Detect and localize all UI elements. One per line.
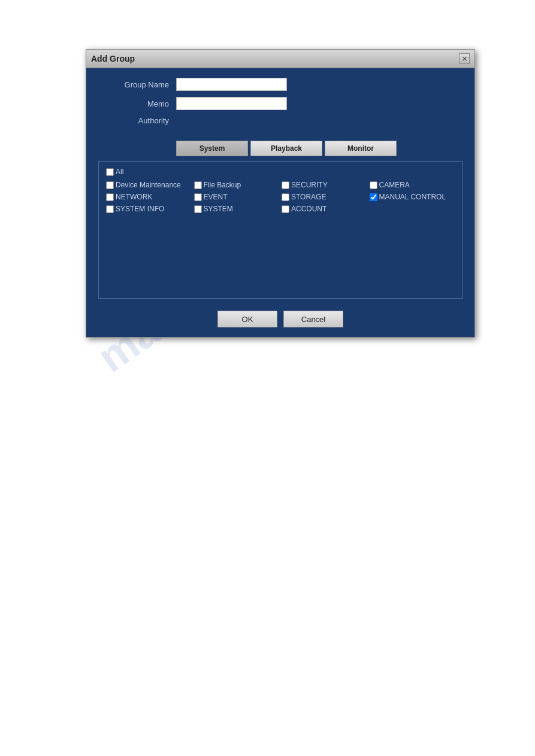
ok-button[interactable]: OK	[217, 311, 277, 327]
permissions-box: All Device Maintenance File Backup SECUR…	[98, 161, 463, 299]
perm-all-label: All	[116, 168, 123, 176]
perm-all-item[interactable]: All	[106, 168, 455, 176]
perm-system[interactable]: SYSTEM	[194, 205, 280, 213]
perm-account[interactable]: ACCOUNT	[282, 205, 367, 213]
title-bar: Add Group ✕	[86, 50, 474, 68]
perm-file-backup-checkbox[interactable]	[194, 181, 202, 189]
perm-storage[interactable]: STORAGE	[282, 193, 367, 201]
tab-system[interactable]: System	[176, 141, 248, 156]
perm-system-info-checkbox[interactable]	[106, 205, 114, 213]
perm-device-maintenance-label: Device Maintenance	[116, 181, 181, 189]
group-name-label: Group Name	[98, 80, 176, 89]
tabs-row: System Playback Monitor	[86, 137, 474, 156]
close-button[interactable]: ✕	[459, 53, 470, 64]
perm-camera-label: CAMERA	[379, 181, 410, 189]
perm-event[interactable]: EVENT	[194, 193, 280, 201]
perm-device-maintenance[interactable]: Device Maintenance	[106, 181, 192, 189]
perm-network[interactable]: NETWORK	[106, 193, 192, 201]
memo-label: Memo	[98, 99, 176, 108]
perm-device-maintenance-checkbox[interactable]	[106, 181, 114, 189]
perm-system-info[interactable]: SYSTEM INFO	[106, 205, 192, 213]
form-area: Group Name Memo Authority	[86, 68, 474, 137]
dialog: Add Group ✕ Group Name Memo Authority Sy…	[86, 49, 475, 338]
perm-file-backup[interactable]: File Backup	[194, 181, 280, 189]
perm-system-checkbox[interactable]	[194, 205, 202, 213]
cancel-button[interactable]: Cancel	[283, 311, 343, 327]
perm-security[interactable]: SECURITY	[282, 181, 367, 189]
authority-label: Authority	[98, 116, 176, 125]
perm-file-backup-label: File Backup	[204, 181, 241, 189]
perm-network-label: NETWORK	[116, 193, 152, 201]
group-name-input[interactable]	[176, 78, 287, 91]
group-name-row: Group Name	[98, 78, 463, 91]
perm-event-checkbox[interactable]	[194, 193, 202, 201]
bottom-buttons: OK Cancel	[86, 305, 474, 337]
perm-camera[interactable]: CAMERA	[370, 181, 455, 189]
perm-manual-control[interactable]: MANUAL CONTROL	[370, 193, 455, 201]
perm-grid: Device Maintenance File Backup SECURITY …	[106, 181, 455, 213]
tab-monitor[interactable]: Monitor	[325, 141, 397, 156]
perm-manual-control-label: MANUAL CONTROL	[379, 193, 446, 201]
perm-storage-checkbox[interactable]	[282, 193, 289, 201]
memo-row: Memo	[98, 97, 463, 110]
perm-all-checkbox[interactable]	[106, 168, 114, 176]
perm-storage-label: STORAGE	[291, 193, 326, 201]
perm-system-info-label: SYSTEM INFO	[116, 205, 164, 213]
perm-event-label: EVENT	[204, 193, 228, 201]
perm-manual-control-checkbox[interactable]	[370, 193, 377, 201]
perm-security-checkbox[interactable]	[282, 181, 289, 189]
perm-all-row: All	[106, 168, 455, 176]
memo-input[interactable]	[176, 97, 287, 110]
perm-account-label: ACCOUNT	[291, 205, 327, 213]
perm-system-label: SYSTEM	[204, 205, 233, 213]
perm-network-checkbox[interactable]	[106, 193, 114, 201]
perm-security-label: SECURITY	[291, 181, 328, 189]
perm-account-checkbox[interactable]	[282, 205, 289, 213]
dialog-title: Add Group	[91, 54, 135, 63]
authority-row: Authority	[98, 116, 463, 125]
perm-camera-checkbox[interactable]	[370, 181, 377, 189]
tab-playback[interactable]: Playback	[250, 141, 322, 156]
